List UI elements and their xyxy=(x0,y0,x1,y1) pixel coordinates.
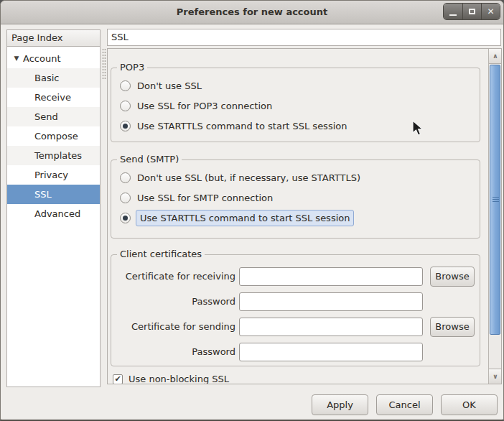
page-index-header[interactable]: Page Index xyxy=(7,30,100,47)
pop3-radio-use-ssl[interactable]: Use SSL for POP3 connection xyxy=(111,96,480,116)
pop3-group-title: POP3 xyxy=(117,62,147,73)
scrollbar-thumb[interactable] xyxy=(490,65,500,335)
radio-label: Use SSL for POP3 connection xyxy=(137,101,272,111)
radio-label: Don't use SSL (but, if necessary, use ST… xyxy=(137,172,360,183)
minimize-button[interactable] xyxy=(444,4,462,19)
chevron-down-icon: ∨ xyxy=(493,373,498,380)
browse-receiving-button[interactable]: Browse xyxy=(430,267,475,287)
vertical-scrollbar[interactable]: ∧ ∨ xyxy=(488,49,501,384)
window-title: Preferences for new account xyxy=(1,1,503,24)
certificate-receiving-row: Certificate for receiving Browse xyxy=(111,264,480,289)
non-blocking-ssl-label: Use non-blocking SSL xyxy=(129,374,229,384)
scroll-up-button[interactable]: ∧ xyxy=(489,49,502,64)
radio-label: Use STARTTLS command to start SSL sessio… xyxy=(137,121,347,131)
smtp-radio-starttls[interactable]: Use STARTTLS command to start SSL sessio… xyxy=(111,208,480,228)
sidebar-item-label: Templates xyxy=(34,146,82,165)
sidebar-item-label: Account xyxy=(23,49,61,68)
certificate-sending-row: Certificate for sending Browse xyxy=(111,314,480,339)
pop3-radio-starttls[interactable]: Use STARTTLS command to start SSL sessio… xyxy=(111,116,480,136)
sidebar-item-basic[interactable]: Basic xyxy=(7,68,100,88)
certificate-receiving-label: Certificate for receiving xyxy=(118,271,239,282)
smtp-group: Send (SMTP) Don't use SSL (but, if neces… xyxy=(111,159,480,239)
browse-sending-button[interactable]: Browse xyxy=(430,317,475,337)
titlebar[interactable]: Preferences for new account ✕ xyxy=(1,1,503,24)
client-certificates-group-title: Client certificates xyxy=(117,249,205,260)
radio-icon[interactable] xyxy=(120,172,131,183)
sidebar-item-receive[interactable]: Receive xyxy=(7,88,100,107)
apply-button[interactable]: Apply xyxy=(312,394,368,415)
radio-label: Don't use SSL xyxy=(137,80,202,91)
smtp-radio-dont-use-ssl[interactable]: Don't use SSL (but, if necessary, use ST… xyxy=(111,167,480,188)
sidebar-item-advanced[interactable]: Advanced xyxy=(7,204,100,223)
minimize-icon xyxy=(449,14,457,16)
radio-label-focused: Use STARTTLS command to start SSL sessio… xyxy=(136,210,354,226)
ok-button[interactable]: OK xyxy=(441,394,498,415)
ssl-settings-panel: POP3 Don't use SSL Use SSL for POP3 conn… xyxy=(107,48,502,384)
pop3-group: POP3 Don't use SSL Use SSL for POP3 conn… xyxy=(111,68,480,142)
maximize-icon xyxy=(469,9,475,14)
password-sending-input[interactable] xyxy=(239,343,423,361)
password-receiving-label: Password xyxy=(118,296,239,307)
client-certificates-group: Client certificates Certificate for rece… xyxy=(111,254,480,366)
close-icon: ✕ xyxy=(487,7,494,16)
preferences-dialog: Preferences for new account ✕ Page Index… xyxy=(0,0,504,421)
certificate-sending-label: Certificate for sending xyxy=(118,321,239,332)
radio-label: Use SSL for SMTP connection xyxy=(137,193,273,203)
scroll-down-button[interactable]: ∨ xyxy=(489,369,502,384)
pane-splitter[interactable] xyxy=(102,48,106,80)
sidebar-item-privacy[interactable]: Privacy xyxy=(7,165,100,185)
chevron-up-icon: ∧ xyxy=(493,52,498,60)
maximize-button[interactable] xyxy=(462,4,481,19)
smtp-radio-use-ssl[interactable]: Use SSL for SMTP connection xyxy=(111,188,480,208)
radio-checked-icon[interactable] xyxy=(120,121,131,131)
certificate-receiving-input[interactable] xyxy=(239,267,423,286)
certificate-sending-input[interactable] xyxy=(239,318,423,336)
sidebar-item-ssl[interactable]: SSL xyxy=(7,185,100,204)
radio-icon[interactable] xyxy=(120,80,131,91)
password-sending-label: Password xyxy=(118,346,239,357)
sidebar-item-label: Advanced xyxy=(34,204,80,223)
expander-icon[interactable]: ▼ xyxy=(11,49,22,68)
page-index-tree: Page Index ▼ Account Basic Receive Send … xyxy=(6,29,101,387)
password-sending-row: Password xyxy=(111,339,480,364)
sidebar-item-compose[interactable]: Compose xyxy=(7,126,100,146)
tree-rows: ▼ Account Basic Receive Send Compose Tem… xyxy=(7,47,100,223)
window-controls: ✕ xyxy=(443,3,500,20)
radio-checked-icon[interactable] xyxy=(120,213,131,223)
password-receiving-row: Password xyxy=(111,289,480,314)
sidebar-item-account[interactable]: ▼ Account xyxy=(7,49,100,68)
sidebar-item-label: Privacy xyxy=(34,165,68,185)
pop3-radio-dont-use-ssl[interactable]: Don't use SSL xyxy=(111,75,480,96)
radio-icon[interactable] xyxy=(120,193,131,203)
smtp-group-title: Send (SMTP) xyxy=(117,154,182,165)
sidebar-item-label: Basic xyxy=(34,68,59,88)
sidebar-item-templates[interactable]: Templates xyxy=(7,146,100,165)
cancel-button[interactable]: Cancel xyxy=(376,394,433,415)
sidebar-item-label: Send xyxy=(34,107,58,126)
sidebar-item-label: Receive xyxy=(34,88,71,107)
radio-icon[interactable] xyxy=(120,101,131,111)
password-receiving-input[interactable] xyxy=(239,292,423,311)
grip-icon xyxy=(493,197,499,203)
sidebar-item-label: Compose xyxy=(34,126,78,146)
sidebar-item-label: SSL xyxy=(34,185,52,204)
close-button[interactable]: ✕ xyxy=(481,4,500,19)
checkbox-checked-icon[interactable]: ✔ xyxy=(113,374,123,384)
non-blocking-ssl-row[interactable]: ✔ Use non-blocking SSL xyxy=(113,374,229,384)
sidebar-item-send[interactable]: Send xyxy=(7,107,100,126)
page-title: SSL xyxy=(107,29,501,46)
